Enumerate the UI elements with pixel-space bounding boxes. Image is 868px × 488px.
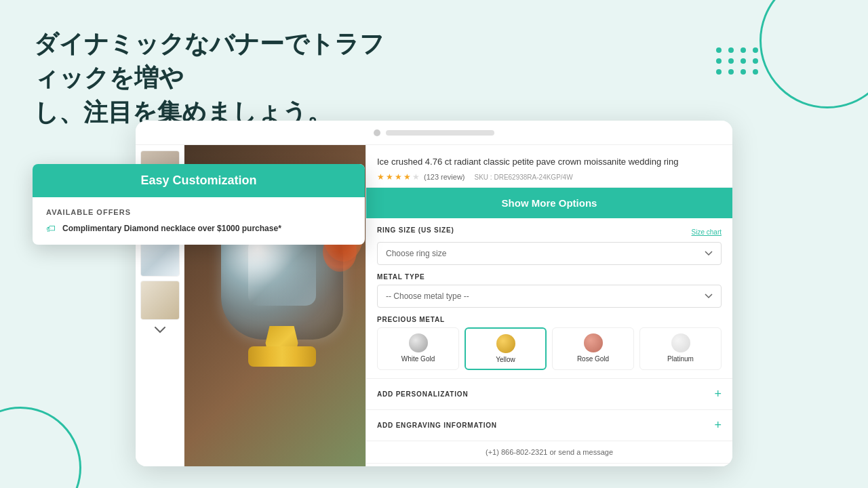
dot xyxy=(753,58,758,64)
dot xyxy=(728,47,734,53)
chevron-down-icon xyxy=(155,327,165,333)
metal-type-section: METAL TYPE -- Choose metal type -- xyxy=(377,273,722,308)
product-right-panel: Ice crushed 4.76 ct radiant classic peti… xyxy=(366,145,732,466)
dot xyxy=(716,69,722,75)
ring-size-section: RING SIZE (US SIZE) Size chart Choose ri… xyxy=(377,226,722,265)
white-gold-label: White Gold xyxy=(401,355,435,363)
add-engraving-accordion[interactable]: ADD ENGRAVING INFORMATION + xyxy=(366,409,732,441)
address-bar xyxy=(386,130,494,136)
tag-icon: 🏷 xyxy=(46,223,56,234)
star-4: ★ xyxy=(403,172,411,182)
thumbnail-4[interactable] xyxy=(140,281,180,320)
precious-metal-label: PRECIOUS METAL xyxy=(377,316,722,323)
precious-metal-section: PRECIOUS METAL White Gold Yellow Rose xyxy=(377,316,722,370)
ring-size-select[interactable]: Choose ring size xyxy=(377,242,722,265)
rose-gold-circle xyxy=(584,333,603,352)
yellow-gold-label: Yellow xyxy=(496,356,515,363)
dot xyxy=(728,69,734,75)
metal-option-yellow[interactable]: Yellow xyxy=(465,327,547,370)
star-rating: ★ ★ ★ ★ ★ xyxy=(377,172,420,182)
ring-size-label-row: RING SIZE (US SIZE) Size chart xyxy=(377,226,722,238)
available-offers-title: AVAILABLE OFFERS xyxy=(46,208,351,216)
personalization-label: ADD PERSONALIZATION xyxy=(377,390,468,398)
dot xyxy=(753,69,758,75)
browser-circle xyxy=(374,129,380,136)
show-more-options-button[interactable]: Show More Options xyxy=(366,188,732,218)
metal-option-rose-gold[interactable]: Rose Gold xyxy=(552,327,634,370)
offer-row: 🏷 Complimentary Diamond necklace over $1… xyxy=(46,223,351,234)
yellow-gold-circle xyxy=(496,334,515,353)
hero-heading: ダイナミックなバナーでトラフィックを増や し、注目を集めましょう。 xyxy=(34,27,407,129)
engraving-label: ADD ENGRAVING INFORMATION xyxy=(377,422,497,429)
review-count: (123 review) xyxy=(424,173,465,181)
rating-row: ★ ★ ★ ★ ★ (123 review) SKU : DRE62938RA-… xyxy=(377,172,722,182)
product-title-area: Ice crushed 4.76 ct radiant classic peti… xyxy=(366,145,732,188)
product-title: Ice crushed 4.76 ct radiant classic peti… xyxy=(377,156,722,168)
thumbnail-scroll-down[interactable] xyxy=(152,324,168,336)
size-chart-link[interactable]: Size chart xyxy=(692,228,722,236)
star-1: ★ xyxy=(377,172,384,182)
add-personalization-accordion[interactable]: ADD PERSONALIZATION + xyxy=(366,378,732,409)
offer-text: Complimentary Diamond necklace over $100… xyxy=(62,224,281,233)
metal-type-select[interactable]: -- Choose metal type -- xyxy=(377,285,722,308)
star-5: ★ xyxy=(412,172,420,182)
dot xyxy=(741,58,746,64)
dot xyxy=(716,47,722,53)
contact-row: (+1) 866-802-2321 or send a message xyxy=(366,441,732,463)
platinum-circle xyxy=(671,333,690,352)
sku: SKU : DRE62938RA-24KGP/4W xyxy=(475,174,573,181)
trust-badges: SECUREPAY WORLDCLASS ENGRAVING 30 DAYSRE… xyxy=(366,463,732,466)
bg-circle-decoration xyxy=(760,0,868,108)
platinum-label: Platinum xyxy=(667,355,694,363)
options-form: RING SIZE (US SIZE) Size chart Choose ri… xyxy=(366,218,732,378)
metal-type-label: METAL TYPE xyxy=(377,273,722,281)
dot xyxy=(741,69,746,75)
bg-circle-decoration-bottom xyxy=(0,407,81,488)
plus-icon-engraving: + xyxy=(714,418,722,432)
metal-option-platinum[interactable]: Platinum xyxy=(639,327,722,370)
white-gold-circle xyxy=(409,333,428,352)
dot xyxy=(741,47,746,53)
dot xyxy=(728,58,734,64)
plus-icon-personalization: + xyxy=(714,387,722,401)
rose-gold-label: Rose Gold xyxy=(577,355,609,363)
easy-customization-body: AVAILABLE OFFERS 🏷 Complimentary Diamond… xyxy=(33,197,365,245)
dots-grid-decoration xyxy=(716,47,760,75)
metal-options: White Gold Yellow Rose Gold Platinu xyxy=(377,327,722,370)
star-3: ★ xyxy=(395,172,402,182)
easy-customization-card: Easy Customization AVAILABLE OFFERS 🏷 Co… xyxy=(33,164,365,245)
dot xyxy=(753,47,758,53)
metal-option-white-gold[interactable]: White Gold xyxy=(377,327,459,370)
star-2: ★ xyxy=(386,172,393,182)
easy-customization-header: Easy Customization xyxy=(33,164,365,197)
dot xyxy=(716,58,722,64)
contact-text: (+1) 866-802-2321 or send a message xyxy=(486,448,613,456)
browser-bar xyxy=(136,121,732,145)
ring-size-label: RING SIZE (US SIZE) xyxy=(377,226,454,234)
